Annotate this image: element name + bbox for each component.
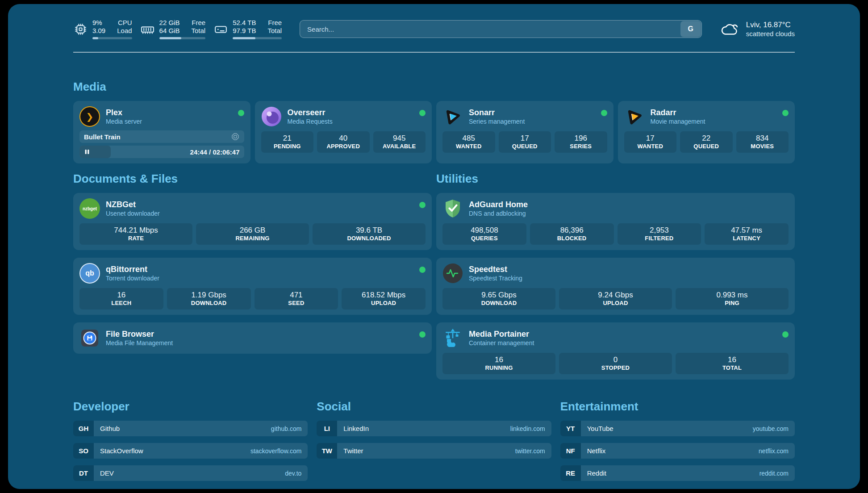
link-github[interactable]: GH Github github.com (73, 421, 308, 436)
sonarr-subtitle: Series management (469, 117, 525, 125)
ram-free-label: Free (191, 19, 205, 27)
disk-meter (233, 37, 282, 39)
portainer-stat-stopped: 0STOPPED (559, 353, 672, 374)
nzbget-title: NZBGet (106, 200, 160, 209)
qbittorrent-stat-leech: 16LEECH (79, 288, 163, 309)
ram-icon (140, 22, 155, 37)
plex-subtitle: Media server (106, 117, 142, 125)
filebrowser-icon (79, 328, 100, 348)
github-badge: GH (73, 421, 94, 436)
developer-section-title: Developer (73, 399, 308, 414)
linkedin-badge: LI (317, 421, 337, 436)
weather-widget[interactable]: Lviv, 16.87°C scattered clouds (720, 20, 795, 38)
cpu-usage-value: 9% (92, 19, 105, 27)
dev-badge: DT (73, 465, 94, 481)
portainer-status-dot (782, 331, 789, 338)
radarr-stat-queued: 22QUEUED (680, 131, 733, 153)
nzbget-stat-remaining: 266 GBREMAINING (196, 223, 309, 245)
radarr-stat-movies: 834MOVIES (736, 131, 789, 153)
section-entertainment: Entertainment YT YouTube youtube.com NF … (560, 399, 795, 481)
section-developer: Developer GH Github github.com SO StackO… (73, 399, 308, 481)
qbittorrent-icon: qb (79, 263, 100, 284)
adguard-stat-queries: 498,508QUERIES (442, 223, 526, 245)
cloud-icon (720, 20, 740, 38)
cpu-stat: 9% CPU 3.09 Load (73, 19, 132, 39)
filebrowser-subtitle: Media File Management (106, 339, 173, 347)
playback-progress-bar[interactable]: 24:44 / 02:06:47 (79, 146, 244, 158)
radarr-title: Radarr (651, 108, 705, 117)
utilities-section-title: Utilities (436, 171, 795, 186)
storage-stat: 52.4 TB Free 97.9 TB Total (213, 19, 282, 39)
link-youtube[interactable]: YT YouTube youtube.com (560, 421, 795, 436)
section-media: Media ❯ Plex Media server Bullet Train (73, 79, 795, 163)
documents-section-title: Documents & Files (73, 171, 432, 186)
link-twitter[interactable]: TW Twitter twitter.com (317, 443, 551, 459)
portainer-stat-running: 16RUNNING (442, 353, 555, 374)
overseerr-status-dot (419, 110, 426, 116)
link-netflix[interactable]: NF Netflix netflix.com (560, 443, 795, 459)
cpu-meter (92, 37, 132, 39)
qbittorrent-subtitle: Torrent downloader (106, 274, 159, 282)
adguard-title: AdGuard Home (469, 200, 528, 209)
link-linkedin[interactable]: LI LinkedIn linkedin.com (317, 421, 551, 436)
portainer-subtitle: Container management (469, 339, 534, 347)
radarr-icon (624, 106, 645, 127)
adguard-stat-filtered: 2,953FILTERED (618, 223, 701, 245)
nzbget-card[interactable]: nzbget NZBGet Usenet downloader 744.21 M… (73, 193, 432, 250)
speedtest-stat-download: 9.65 GbpsDOWNLOAD (442, 288, 555, 309)
section-social: Social LI LinkedIn linkedin.com TW Twitt… (317, 399, 551, 481)
qbittorrent-card[interactable]: qb qBittorrent Torrent downloader 16LEEC… (73, 258, 432, 315)
search-engine-button[interactable]: G (680, 21, 701, 37)
pause-icon[interactable] (84, 149, 90, 155)
reddit-badge: RE (560, 465, 581, 481)
plex-icon: ❯ (79, 106, 100, 127)
link-reddit[interactable]: RE Reddit reddit.com (560, 465, 795, 481)
sonarr-icon (442, 106, 463, 127)
radarr-stat-wanted: 17WANTED (624, 131, 677, 153)
ram-free-value: 22 GiB (159, 19, 180, 27)
disk-free-label: Free (267, 19, 282, 27)
weather-condition: scattered clouds (746, 29, 795, 38)
nzbget-stat-rate: 744.21 MbpsRATE (79, 223, 192, 245)
now-playing-row: Bullet Train (79, 130, 244, 143)
playback-time: 24:44 / 02:06:47 (190, 148, 240, 156)
disk-free-value: 52.4 TB (233, 19, 256, 27)
adguard-card[interactable]: AdGuard Home DNS and adblocking 498,508Q… (436, 193, 795, 250)
portainer-icon (442, 328, 463, 348)
search-bar: G (300, 20, 702, 38)
speedtest-card[interactable]: Speedtest Speedtest Tracking 9.65 GbpsDO… (436, 258, 795, 315)
search-input[interactable] (300, 21, 680, 38)
filebrowser-card[interactable]: File Browser Media File Management (73, 322, 432, 354)
qbittorrent-stat-download: 1.19 GbpsDOWNLOAD (167, 288, 251, 309)
section-utilities: Utilities (436, 171, 795, 380)
overseerr-card[interactable]: Overseerr Media Requests 21PENDING 40APP… (255, 101, 432, 163)
cpu-load-label: Load (117, 27, 132, 35)
link-dev[interactable]: DT DEV dev.to (73, 465, 308, 481)
overseerr-icon (261, 106, 282, 127)
now-playing-title: Bullet Train (84, 133, 121, 141)
sonarr-stat-series: 196SERIES (555, 131, 607, 153)
radarr-card[interactable]: Radarr Movie management 17WANTED 22QUEUE… (618, 101, 795, 163)
overseerr-stat-approved: 40APPROVED (317, 131, 370, 153)
adguard-stat-latency: 47.57 msLATENCY (705, 223, 789, 245)
link-stackoverflow[interactable]: SO StackOverflow stackoverflow.com (73, 443, 308, 459)
speedtest-icon (442, 263, 463, 284)
adguard-icon (442, 198, 463, 219)
nzbget-status-dot (419, 202, 426, 208)
now-playing-settings-icon[interactable] (231, 132, 240, 141)
plex-card[interactable]: ❯ Plex Media server Bullet Train (73, 101, 250, 163)
qbittorrent-status-dot (419, 267, 426, 273)
adguard-stat-blocked: 86,396BLOCKED (530, 223, 614, 245)
radarr-status-dot (782, 110, 789, 116)
ram-total-value: 64 GiB (159, 27, 180, 35)
plex-title: Plex (106, 108, 142, 117)
speedtest-title: Speedtest (469, 264, 522, 274)
filebrowser-status-dot (419, 331, 426, 338)
plex-status-dot (238, 110, 244, 116)
top-bar: 9% CPU 3.09 Load 22 (73, 4, 795, 39)
ram-total-label: Total (191, 27, 205, 35)
sonarr-card[interactable]: Sonarr Series management 485WANTED 17QUE… (436, 101, 613, 163)
filebrowser-title: File Browser (106, 329, 173, 339)
portainer-card[interactable]: Media Portainer Container management 16R… (436, 322, 795, 380)
disk-total-label: Total (267, 27, 282, 35)
